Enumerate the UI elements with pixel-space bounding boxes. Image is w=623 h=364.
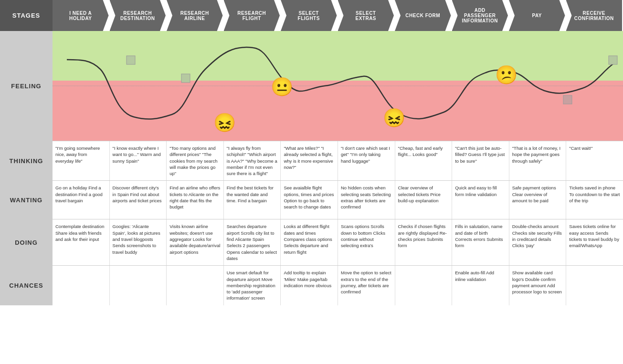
thinking-cell-8: "That is a lot of money, I hope the paym… bbox=[509, 141, 566, 180]
wanting-cell-6: Clear overview of selected tickets Price… bbox=[395, 181, 452, 219]
wanting-row: WANTING Go on a holiday Find a destinati… bbox=[0, 180, 623, 219]
wanting-cell-7: Quick and easy to fill form Inline valid… bbox=[452, 181, 509, 219]
stage-5: SELECT EXTRAS bbox=[338, 0, 394, 31]
doing-cell-6: Checks if chosen flights are rightly dis… bbox=[395, 219, 452, 265]
chances-cell-0 bbox=[53, 266, 109, 305]
thinking-cell-1: "I know exactly where I want to go..." W… bbox=[109, 141, 167, 180]
journey-map: STAGES I NEED A HOLIDAY RESEARCH DESTINA… bbox=[0, 0, 623, 364]
feeling-curve-svg: 😖 😐 😖 😕 bbox=[53, 31, 623, 141]
feeling-row: FEELING 😖 😐 😖 😕 bbox=[0, 31, 623, 141]
thinking-cell-6: "Cheap, fast and early flight... Looks g… bbox=[395, 141, 452, 180]
doing-cell-8: Double-checks amount Checks site securit… bbox=[509, 219, 566, 265]
wanting-cell-9: Tickets saved in phone To countdown to t… bbox=[566, 181, 623, 219]
doing-cell-0: Contemplate destination Share idea with … bbox=[53, 219, 109, 265]
chances-cell-8: Show available card logo's Double confir… bbox=[509, 266, 566, 305]
thinking-cell-0: "I'm going somewhere nice, away from eve… bbox=[53, 141, 109, 180]
chances-cell-2 bbox=[166, 266, 223, 305]
svg-text:😖: 😖 bbox=[383, 107, 406, 129]
chances-cell-7: Enable auto-fill Add inline validation bbox=[452, 266, 509, 305]
doing-cell-5: Scans options Scrolls down to bottom Cli… bbox=[338, 219, 395, 265]
feeling-area: 😖 😐 😖 😕 bbox=[53, 31, 623, 141]
stages-label: STAGES bbox=[0, 0, 53, 31]
stages-container: I NEED A HOLIDAY RESEARCH DESTINATION RE… bbox=[53, 0, 623, 31]
thinking-label: THINKING bbox=[0, 141, 53, 180]
svg-text:😐: 😐 bbox=[271, 76, 294, 98]
chances-cell-6 bbox=[395, 266, 452, 305]
chances-cell-1 bbox=[109, 266, 167, 305]
stage-2: RESEARCH AIRLINE bbox=[167, 0, 223, 31]
thinking-cells: "I'm going somewhere nice, away from eve… bbox=[53, 141, 623, 180]
stage-1: RESEARCH DESTINATION bbox=[110, 0, 166, 31]
thinking-cell-4: "What are Miles?" "I already selected a … bbox=[280, 141, 338, 180]
svg-rect-1 bbox=[181, 74, 190, 83]
doing-cell-3: Searches departure airport Scrolls city … bbox=[223, 219, 281, 265]
svg-rect-0 bbox=[127, 56, 135, 64]
svg-text:😖: 😖 bbox=[213, 112, 236, 134]
feeling-label: FEELING bbox=[0, 31, 53, 141]
thinking-cell-9: "Cant wait!" bbox=[566, 141, 623, 180]
wanting-cell-3: Find the best tickets for the wanted dat… bbox=[223, 181, 281, 219]
chances-row: CHANCES Use smart default for departure … bbox=[0, 265, 623, 305]
chances-cell-3: Use smart default for departure airport … bbox=[223, 266, 281, 305]
thinking-cell-2: "Too many options and different prices" … bbox=[166, 141, 223, 180]
stage-0: I NEED A HOLIDAY bbox=[53, 0, 109, 31]
doing-cells: Contemplate destination Share idea with … bbox=[53, 219, 623, 265]
thinking-cell-5: "I don't care which seat I get" "I'm onl… bbox=[338, 141, 395, 180]
wanting-cell-5: No hidden costs when selecting seats Sel… bbox=[338, 181, 395, 219]
thinking-row: THINKING "I'm going somewhere nice, away… bbox=[0, 141, 623, 180]
wanting-cell-1: Discover different city's in Spain Find … bbox=[109, 181, 167, 219]
chances-cells: Use smart default for departure airport … bbox=[53, 266, 623, 305]
thinking-cell-7: "Can't this just be auto-filled? Guess I… bbox=[452, 141, 509, 180]
wanting-cells: Go on a holiday Find a destination Find … bbox=[53, 181, 623, 219]
doing-cell-7: Fills in salutation, name and date of bi… bbox=[452, 219, 509, 265]
chances-cell-5: Move the option to select extra's to the… bbox=[338, 266, 395, 305]
wanting-cell-8: Safe payment options Clear overview of a… bbox=[509, 181, 566, 219]
svg-rect-6 bbox=[563, 95, 572, 104]
stage-6: CHECK FORM bbox=[395, 0, 451, 31]
thinking-cell-3: "I always fly from schiphol!" "Which air… bbox=[223, 141, 281, 180]
wanting-cell-0: Go on a holiday Find a destination Find … bbox=[53, 181, 109, 219]
doing-cell-1: Googles: 'Alicante Spain', looks at pict… bbox=[109, 219, 167, 265]
stage-4: SELECT FLIGHTS bbox=[281, 0, 337, 31]
chances-label: CHANCES bbox=[0, 266, 53, 305]
stage-8: PAY bbox=[509, 0, 565, 31]
wanting-cell-2: Find an airline who offers tickets to Al… bbox=[166, 181, 223, 219]
stages-row: STAGES I NEED A HOLIDAY RESEARCH DESTINA… bbox=[0, 0, 623, 31]
doing-label: DOING bbox=[0, 219, 53, 265]
wanting-cell-4: See avaialble flight options, times and … bbox=[280, 181, 338, 219]
svg-text:😕: 😕 bbox=[495, 64, 518, 86]
svg-rect-7 bbox=[609, 56, 617, 64]
doing-row: DOING Contemplate destination Share idea… bbox=[0, 219, 623, 265]
doing-cell-4: Looks at different flight dates and time… bbox=[280, 219, 338, 265]
stage-7: ADD PASSENGER INFORMATION bbox=[452, 0, 508, 31]
stage-9: RECEIVE CONFIRMATION bbox=[566, 0, 623, 31]
wanting-label: WANTING bbox=[0, 181, 53, 219]
doing-cell-9: Saves tickets online for easy access Sen… bbox=[566, 219, 623, 265]
chances-cell-9 bbox=[566, 266, 623, 305]
doing-cell-2: Visits known airline websites; doesn't u… bbox=[166, 219, 223, 265]
stage-3: RESEARCH FLIGHT bbox=[224, 0, 280, 31]
chances-cell-4: Add tooltip to explain 'Miles' Make page… bbox=[280, 266, 338, 305]
